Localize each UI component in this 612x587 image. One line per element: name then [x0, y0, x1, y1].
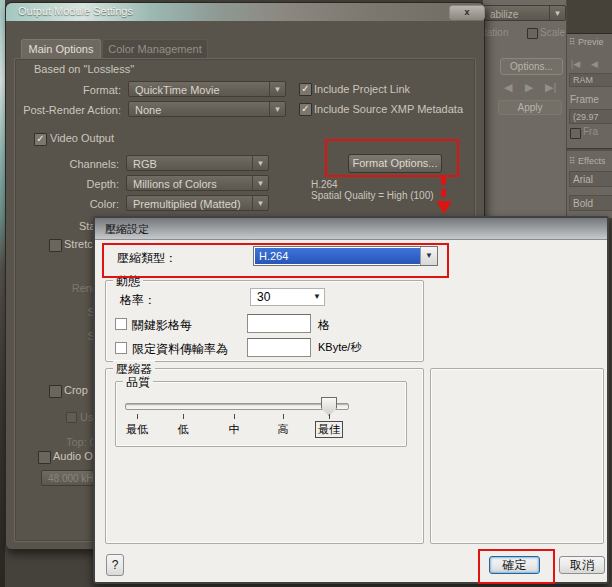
channels-value: RGB [133, 158, 157, 170]
chevron-down-icon: ▼ [549, 6, 565, 20]
font-family-dropdown[interactable]: Arial [569, 171, 612, 187]
based-on-label: Based on "Lossless" [34, 63, 134, 75]
format-dropdown[interactable]: QuickTime Movie ▼ [128, 81, 286, 97]
frame-rate-combobox[interactable]: 30 ▼ [250, 288, 325, 306]
chevron-down-icon: ▼ [269, 102, 285, 116]
annotation-box-compression-type [102, 243, 449, 278]
keyframe-checkbox[interactable] [115, 318, 127, 330]
play-icon[interactable]: ▶ [525, 81, 533, 94]
slider-tick [183, 414, 184, 419]
annotation-arrow-head [436, 201, 452, 214]
keyframe-input[interactable] [247, 314, 311, 333]
chevron-down-icon: ▼ [252, 176, 268, 190]
use-roi-label: Us [80, 411, 93, 423]
tab-main-options[interactable]: Main Options [21, 39, 101, 59]
frame-label: Frame [570, 94, 599, 105]
crop-checkbox[interactable] [49, 385, 62, 398]
crop-label: Crop [64, 384, 88, 396]
codec-name: H.264 [311, 179, 338, 190]
preview-title: Previe [578, 37, 604, 47]
audio-output-checkbox[interactable] [38, 451, 51, 464]
scale-label: Scale [540, 27, 565, 38]
font-weight-dropdown[interactable]: Bold [569, 195, 612, 211]
chevron-down-icon: ▼ [269, 82, 285, 96]
preview-effects-panel: ⠿ Previe |◀ ◀ RAM Frame (29.97 Fra ⠿ Eff… [566, 0, 612, 218]
color-label: Color: [29, 198, 119, 210]
stretch-to-label: St [46, 306, 98, 318]
preview-group [430, 368, 604, 544]
tab-color-management[interactable]: Color Management [102, 39, 208, 59]
keyframe-unit: 格 [318, 317, 330, 334]
help-button[interactable]: ? [106, 554, 124, 576]
audio-rate-dropdown[interactable]: 48.000 kH [41, 470, 99, 486]
prev-frame-icon[interactable]: ◀ [504, 81, 512, 94]
color-dropdown[interactable]: Premultiplied (Matted) ▼ [126, 195, 269, 211]
dialog-titlebar[interactable]: Output Module Settings x [6, 3, 484, 21]
preview-panel-header[interactable]: ⠿ Previe [569, 37, 604, 47]
slider-tick [329, 414, 330, 419]
post-render-label: Post-Render Action: [16, 104, 121, 116]
channels-dropdown[interactable]: RGB ▼ [126, 155, 269, 171]
video-output-checkbox[interactable]: ✓ [34, 133, 47, 146]
channels-label: Channels: [29, 158, 119, 170]
stabilize-dropdown[interactable]: abilize ▼ [483, 5, 566, 21]
stabilize-value: abilize [490, 9, 518, 20]
effects-panel-header[interactable]: ⠿ Effects [569, 156, 605, 166]
render-at-label: Rend [46, 282, 98, 294]
quality-label-lowest: 最低 [126, 422, 148, 437]
quality-label-low: 低 [178, 422, 189, 437]
datarate-label: 限定資料傳輸率為 [132, 341, 228, 358]
color-value: Premultiplied (Matted) [133, 198, 241, 210]
include-xmp-checkbox[interactable]: ✓ [299, 103, 312, 116]
quality-slider-track[interactable] [125, 403, 349, 410]
panel-divider [567, 148, 612, 151]
stretch-checkbox[interactable] [49, 239, 62, 252]
dialog-title: Output Module Settings [18, 5, 133, 17]
win-dialog-title: 壓縮設定 [105, 222, 149, 237]
include-project-link-label: Include Project Link [314, 83, 410, 95]
corner-panel [567, 0, 612, 34]
grip-icon: ⠿ [569, 156, 576, 166]
include-xmp-label: Include Source XMP Metadata [314, 103, 463, 115]
datarate-unit: KByte/秒 [318, 340, 361, 355]
close-icon[interactable]: x [449, 5, 485, 20]
chevron-down-icon: ▼ [252, 156, 268, 170]
go-to-start-icon[interactable]: |◀ [571, 59, 580, 69]
include-project-link-checkbox[interactable]: ✓ [299, 83, 312, 96]
annotation-arrow-dash [441, 177, 446, 185]
keyframe-label: 關鍵影格每 [132, 317, 192, 334]
ram-preview-button[interactable]: RAM [569, 73, 612, 87]
use-roi-checkbox[interactable] [66, 412, 77, 423]
cancel-button[interactable]: 取消 [559, 556, 605, 574]
frame-checkbox[interactable] [570, 128, 581, 139]
datarate-input[interactable] [247, 338, 311, 357]
video-output-label: Video Output [50, 132, 114, 144]
slider-tick [137, 414, 138, 419]
annotation-box-format-options [325, 139, 459, 177]
post-render-dropdown[interactable]: None ▼ [128, 101, 286, 117]
depth-label: Depth: [29, 178, 119, 190]
tracker-panel: abilize ▼ tation Scale Options... ◀ ▶ ▶|… [483, 0, 566, 218]
options-button[interactable]: Options... [500, 58, 563, 75]
frame-back-icon[interactable]: ◀ [591, 59, 598, 69]
win-dialog-titlebar[interactable]: 壓縮設定 [95, 218, 607, 240]
frame-rate-field[interactable]: (29.97 [569, 109, 612, 124]
datarate-checkbox[interactable] [115, 342, 127, 354]
step-forward-icon[interactable]: ▶| [545, 81, 556, 94]
screenshot-stage: abilize ▼ tation Scale Options... ◀ ▶ ▶|… [0, 0, 612, 587]
quality-label-best: 最佳 [315, 421, 343, 438]
frame-rate-value: 30 [257, 290, 270, 304]
slider-tick [234, 414, 235, 419]
slider-tick [283, 414, 284, 419]
post-render-value: None [135, 104, 161, 116]
annotation-arrow-dash [441, 189, 446, 197]
frame-rate-label: 格率： [120, 292, 156, 309]
quality-group [115, 381, 407, 447]
chevron-down-icon: ▼ [313, 292, 321, 301]
depth-dropdown[interactable]: Millions of Colors ▼ [126, 175, 269, 191]
apply-button[interactable]: Apply [498, 100, 562, 115]
chevron-down-icon: ▼ [252, 196, 268, 210]
codec-quality: Spatial Quality = High (100) [311, 190, 434, 201]
scale-checkbox[interactable] [527, 28, 538, 39]
compression-settings-dialog: 壓縮設定 壓縮類型： H.264 ▼ 動態 格率： 30 ▼ 關鍵影格每 格 限… [93, 216, 609, 584]
